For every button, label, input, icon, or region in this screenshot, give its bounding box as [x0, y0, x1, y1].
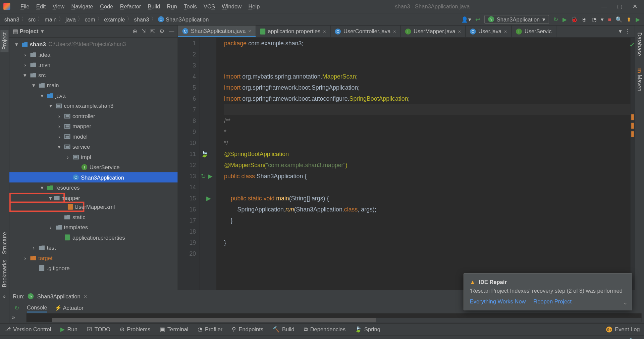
menu-view[interactable]: View	[49, 3, 68, 10]
encoding[interactable]: UTF-8	[587, 337, 601, 339]
expand-all-icon[interactable]: ⇲	[142, 28, 146, 35]
indent-setting[interactable]: 4 spaces	[604, 337, 625, 339]
rerun-icon[interactable]: ↻	[14, 304, 19, 311]
collapse-all-icon[interactable]: ⇱	[150, 28, 155, 35]
menu-navigate[interactable]: Navigate	[68, 3, 96, 10]
run-button-icon[interactable]: ▶	[562, 16, 567, 22]
search-icon[interactable]: 🔍	[615, 16, 622, 22]
menu-refactor[interactable]: Refactor	[117, 3, 145, 10]
select-opened-icon[interactable]: ⊕	[132, 28, 137, 35]
tab-shan3application[interactable]: CShan3Application.java×	[178, 26, 256, 37]
gear-icon[interactable]: ⚙	[159, 28, 164, 35]
titlebar: File Edit View Navigate Code Refactor Bu…	[0, 0, 644, 13]
menu-build[interactable]: Build	[144, 3, 163, 10]
bottom-tool-bar: ⎇ Version Control ▶ Run ☑ TODO ⊘ Problem…	[0, 323, 644, 335]
user-icon[interactable]: 👤▾	[461, 16, 471, 22]
status-message: Build completed successfully in 3 sec, 9…	[12, 337, 156, 339]
menu-edit[interactable]: Edit	[33, 3, 49, 10]
run-anything-icon[interactable]: ▶	[636, 16, 640, 22]
gutter-markers[interactable]: 🍃 ↻ ▶ ▶	[199, 38, 216, 290]
run-more-icon[interactable]: »	[12, 314, 15, 321]
check-icon: ✔	[630, 39, 635, 50]
maximize-icon[interactable]: ▢	[617, 3, 622, 10]
project-view-icon[interactable]: ▤	[13, 28, 18, 35]
chevron-down-icon: ▾	[542, 16, 545, 22]
tool-dependencies[interactable]: ⧉ Dependencies	[304, 326, 346, 333]
coverage-icon[interactable]: ⛨	[582, 16, 588, 22]
tool-problems[interactable]: ⊘ Problems	[120, 326, 150, 333]
tab-userservic[interactable]: IUserServic	[512, 26, 556, 37]
tool-endpoints[interactable]: ⚲ Endpoints	[232, 326, 263, 333]
left-tab-project[interactable]: Project	[0, 30, 8, 52]
menu-tools[interactable]: Tools	[180, 3, 200, 10]
tool-profiler[interactable]: ◔ Profiler	[198, 326, 222, 333]
menu-run[interactable]: Run	[163, 3, 180, 10]
profile-icon[interactable]: ◔	[592, 16, 596, 22]
hide-icon[interactable]: —	[169, 28, 174, 35]
panel-title: Project	[19, 28, 38, 35]
window-title: shan3 - Shan3Application.java	[263, 3, 602, 10]
link-everything-works[interactable]: Everything Works Now	[470, 298, 526, 305]
left-tab-bookmarks[interactable]: Bookmarks	[0, 257, 8, 290]
right-tab-database[interactable]: Database	[636, 30, 644, 59]
tool-build[interactable]: 🔨 Build	[273, 326, 294, 333]
tab-usermapper[interactable]: IUserMapper.java×	[401, 26, 466, 37]
indexing-icon[interactable]: ▢	[4, 337, 9, 339]
tool-version-control[interactable]: ⎇ Version Control	[4, 326, 51, 333]
project-panel: ▤ Project ▾ ⊕ ⇲ ⇱ ⚙ — ▾shan3C:\Users\哈\I…	[9, 26, 178, 290]
update-icon[interactable]: ⬆	[627, 16, 631, 22]
tab-actuator[interactable]: ⚡ Actuator	[55, 304, 84, 312]
menu-code[interactable]: Code	[97, 3, 117, 10]
editor: CShan3Application.java× application.prop…	[178, 26, 635, 290]
close-icon[interactable]: ✕	[633, 3, 637, 10]
left-tab-structure[interactable]: Structure	[0, 230, 8, 257]
notification-body: 'Rescan Project Indexes' recovery step (…	[470, 288, 626, 294]
menu-window[interactable]: Window	[218, 3, 245, 10]
caret-position[interactable]: 7:1	[568, 337, 575, 339]
breadcrumb[interactable]: shan3〉 src〉 main〉 java〉 com〉 example〉 sh…	[4, 15, 209, 23]
minimize-icon[interactable]: —	[601, 3, 607, 10]
project-tree[interactable]: ▾shan3C:\Users\哈\IdeaProjects\shan3 ›.id…	[9, 38, 178, 290]
tree-item-shan3application: CShan3Application	[9, 172, 178, 182]
tree-item-usermapper-xml: UserMapper.xml	[9, 202, 85, 212]
sync-icon[interactable]: ↻	[553, 16, 558, 22]
toolbar-icons: 👤▾ ↩ ↘ Shan3Application ▾ ↻ ▶ 🐞 ⛨ ◔ ▾ ■ …	[461, 15, 640, 24]
chevron-down-icon[interactable]: ⌄	[623, 299, 628, 306]
error-stripe[interactable]: ✔	[631, 38, 635, 290]
code-editor[interactable]: 1234567891011121314151617181920 🍃 ↻ ▶ ▶ …	[178, 38, 635, 290]
line-separator[interactable]: LF	[578, 337, 584, 339]
tool-spring[interactable]: 🍃 Spring	[355, 326, 380, 333]
close-icon[interactable]: ×	[248, 28, 251, 34]
link-reopen-project[interactable]: Reopen Project	[533, 298, 572, 305]
lock-icon[interactable]: 🔓	[628, 337, 634, 339]
tool-terminal[interactable]: ▣ Terminal	[160, 326, 188, 333]
event-log[interactable]: 9+ Event Log	[606, 326, 640, 333]
tab-console[interactable]: Console	[27, 303, 47, 312]
close-icon[interactable]: ×	[84, 293, 87, 299]
status-bar: ▢ Build completed successfully in 3 sec,…	[0, 335, 644, 339]
app-logo	[3, 3, 10, 10]
tab-user[interactable]: CUser.java×	[466, 26, 512, 37]
more-tabs-icon[interactable]: ▾ ⋮	[614, 26, 635, 37]
run-more-icon[interactable]: »	[0, 290, 9, 302]
editor-tabs: CShan3Application.java× application.prop…	[178, 26, 635, 38]
memory-icon[interactable]: ◐	[636, 337, 640, 339]
horizontal-scrollbar[interactable]	[52, 318, 642, 322]
debug-icon[interactable]: 🐞	[571, 16, 578, 22]
left-tool-strip: Project Structure Bookmarks	[0, 26, 9, 290]
tab-application-properties[interactable]: application.properties×	[256, 26, 331, 37]
back-icon[interactable]: ↩	[475, 16, 480, 22]
menu-help[interactable]: Help	[245, 3, 263, 10]
tool-todo[interactable]: ☑ TODO	[87, 326, 110, 333]
chevron-down-icon[interactable]: ▾	[41, 28, 44, 35]
tool-run[interactable]: ▶ Run	[60, 326, 77, 333]
run-label: Run:	[13, 293, 24, 299]
right-tab-maven[interactable]: m Maven	[636, 65, 644, 94]
run-config-selector[interactable]: ↘ Shan3Application ▾	[484, 15, 549, 24]
tab-usercontroller[interactable]: CUserController.java×	[331, 26, 401, 37]
menu-file[interactable]: File	[17, 3, 33, 10]
warning-icon: ▲	[470, 279, 475, 285]
notification-popup: ▲ IDE Repair 'Rescan Project Indexes' re…	[464, 273, 632, 310]
menu-vcs[interactable]: VCS	[200, 3, 218, 10]
stop-icon[interactable]: ■	[608, 16, 611, 22]
